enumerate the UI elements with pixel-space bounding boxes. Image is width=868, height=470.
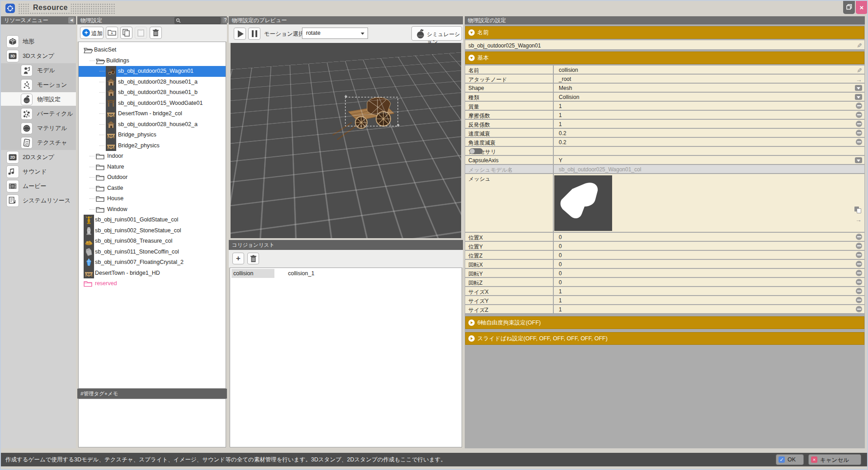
sidebar-item-particle[interactable]: パーティクル: [1, 107, 76, 120]
property-value[interactable]: 0.2: [555, 138, 864, 146]
pause-button[interactable]: [248, 28, 260, 40]
property-value[interactable]: sb_obj_outdoor025_Wagon01_col: [555, 165, 864, 173]
tree-item[interactable]: sb_obj_outdoor028_house02_a: [79, 119, 226, 130]
tree-item[interactable]: DesertTown - bridge2_col: [79, 108, 226, 119]
tree-item[interactable]: sb_obj_ruins001_GoldStatue_col: [79, 215, 226, 226]
cancel-button[interactable]: × キャンセル: [808, 454, 861, 465]
value-stepper-icon[interactable]: [856, 121, 862, 127]
sidebar-item-motion[interactable]: モーション: [1, 78, 76, 91]
tree-item[interactable]: sb_obj_ruins011_StoneCoffin_col: [79, 247, 226, 258]
value-stepper-icon[interactable]: [856, 306, 862, 312]
value-stepper-icon[interactable]: [856, 279, 862, 285]
arrow-right-icon[interactable]: →: [856, 76, 862, 83]
value-stepper-icon[interactable]: [856, 130, 862, 136]
property-value[interactable]: 0: [555, 251, 864, 259]
tree-item[interactable]: Window: [79, 204, 226, 215]
tree-item[interactable]: sb_obj_outdoor025_Wagon01: [79, 66, 226, 77]
tree-item[interactable]: Outdoor: [79, 172, 226, 183]
sidebar-item-terrain[interactable]: 地形: [1, 34, 76, 48]
mesh-thumbnail[interactable]: [554, 175, 612, 231]
property-value[interactable]: 0: [555, 242, 864, 250]
new-folder-button[interactable]: +: [106, 27, 118, 39]
property-value[interactable]: 1: [555, 120, 864, 128]
value-stepper-icon[interactable]: [856, 288, 862, 294]
dropdown-icon[interactable]: [855, 157, 862, 163]
simulation-button[interactable]: シミュレーション: [411, 26, 462, 41]
sidebar-item-2d-stamp[interactable]: 2D 2Dスタンプ: [1, 150, 76, 164]
value-stepper-icon[interactable]: [856, 112, 862, 118]
dropdown-icon[interactable]: [855, 94, 862, 100]
value-stepper-icon[interactable]: [856, 234, 862, 240]
value-stepper-icon[interactable]: [856, 243, 862, 249]
property-value[interactable]: Y: [555, 156, 864, 164]
tree-item[interactable]: Buildings: [79, 56, 226, 66]
tree-item[interactable]: sb_obj_outdoor015_WoodGate01: [79, 98, 226, 109]
tree-item[interactable]: sb_obj_ruins008_Treasure_col: [79, 236, 226, 247]
tree-item[interactable]: DesertTown - bridge1_HD: [79, 268, 226, 279]
tree-item[interactable]: sb_obj_outdoor028_house01_b: [79, 87, 226, 98]
property-value[interactable]: 1: [555, 287, 864, 295]
property-value[interactable]: 1: [555, 111, 864, 119]
property-value[interactable]: 0: [555, 233, 864, 241]
sidebar-item-3d-stamp[interactable]: 3D 3Dスタンプ: [1, 49, 76, 62]
property-value[interactable]: 0: [555, 260, 864, 268]
property-value[interactable]: Mesh: [555, 84, 864, 92]
3d-viewport[interactable]: [231, 43, 461, 238]
pencil-icon[interactable]: ✎: [857, 67, 862, 74]
tree-item[interactable]: Bridge2_physics: [79, 141, 226, 151]
sidebar-item-physics[interactable]: 物理設定: [1, 92, 76, 106]
memo-area[interactable]: [78, 399, 226, 447]
sidebar-item-model[interactable]: モデル: [1, 63, 76, 77]
add-button[interactable]: + 追加: [80, 27, 104, 39]
property-value[interactable]: 0: [555, 278, 864, 286]
tree-item[interactable]: Nature: [79, 162, 226, 173]
sidebar-item-system-resource[interactable]: システムリソース: [1, 193, 76, 207]
tree-item[interactable]: Indoor: [79, 151, 226, 162]
motion-select-dropdown[interactable]: rotate: [302, 28, 368, 39]
value-stepper-icon[interactable]: [856, 297, 862, 303]
tree-item[interactable]: House: [79, 193, 226, 204]
tree-item[interactable]: sb_obj_ruins007_FloatingCrystal_2: [79, 257, 226, 268]
collapse-sidebar-button[interactable]: ◀: [68, 17, 75, 24]
property-value[interactable]: 1: [555, 102, 864, 110]
collision-name-cell[interactable]: collision: [231, 269, 274, 278]
accessory-toggle[interactable]: [469, 148, 483, 154]
pencil-icon[interactable]: ✎: [857, 42, 862, 49]
add-collision-button[interactable]: +: [232, 253, 244, 264]
section-header-collapsed-0[interactable]: 6軸自由度拘束設定(OFF): [465, 316, 864, 329]
value-stepper-icon[interactable]: [856, 139, 862, 145]
property-value[interactable]: 0: [555, 269, 864, 277]
sidebar-item-material[interactable]: マテリアル: [1, 121, 76, 135]
tree-item[interactable]: BasicSet: [79, 45, 226, 56]
tree-item[interactable]: reserved: [79, 278, 226, 289]
section-header-basic[interactable]: 基本: [465, 52, 864, 64]
close-window-button[interactable]: ×: [856, 1, 868, 14]
section-header-name[interactable]: 名前: [465, 26, 864, 39]
value-stepper-icon[interactable]: [856, 270, 862, 276]
tree-item[interactable]: Bridge_physics: [79, 130, 226, 141]
tree-item[interactable]: sb_obj_ruins002_StoneStatue_col: [79, 226, 226, 236]
sidebar-item-sound[interactable]: サウンド: [1, 164, 76, 178]
property-value[interactable]: _root: [555, 75, 864, 83]
replace-mesh-icon[interactable]: [854, 207, 862, 214]
property-value[interactable]: Collision: [555, 93, 864, 101]
tree-item[interactable]: Castle: [79, 183, 226, 194]
delete-collision-button[interactable]: [247, 253, 259, 264]
ok-button[interactable]: ✓ OK: [776, 454, 804, 465]
dropdown-icon[interactable]: [855, 85, 862, 91]
paste-button[interactable]: [135, 27, 147, 39]
search-input[interactable]: [175, 17, 221, 24]
sidebar-item-texture[interactable]: テクスチャ: [1, 136, 76, 149]
restore-window-button[interactable]: [843, 1, 855, 14]
property-value[interactable]: 1: [555, 305, 864, 313]
value-stepper-icon[interactable]: [856, 252, 862, 258]
value-stepper-icon[interactable]: [856, 261, 862, 267]
collision-row[interactable]: collision collision_1: [231, 269, 462, 278]
value-stepper-icon[interactable]: [856, 103, 862, 109]
property-value[interactable]: 0.2: [555, 129, 864, 137]
section-header-collapsed-1[interactable]: スライドばね設定(OFF, OFF, OFF, OFF, OFF, OFF): [465, 332, 864, 345]
copy-button[interactable]: [120, 27, 132, 39]
play-button[interactable]: [234, 28, 246, 40]
help-button[interactable]: ?: [222, 17, 228, 23]
arrow-right-icon[interactable]: →: [855, 216, 862, 223]
